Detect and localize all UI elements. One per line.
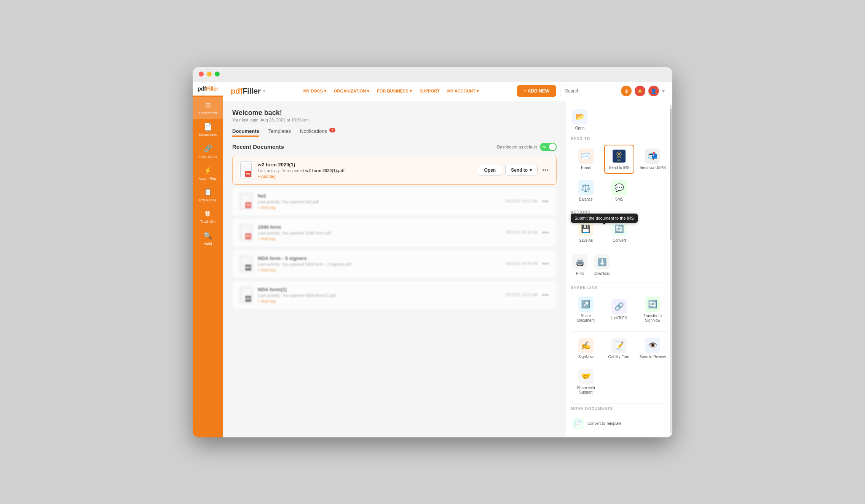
- sidebar-item-audit[interactable]: 🔍 Audit: [193, 228, 223, 249]
- right-panel: 📂 Open SEND TO ✉️ Email: [566, 101, 672, 437]
- rp-usps[interactable]: 📬 Send via USPS: [637, 145, 668, 174]
- doc-date-nda3: 08/28/21 08:46 AM: [506, 262, 538, 266]
- support-icon: 🤝: [578, 368, 594, 384]
- sidebar-label-action: Action Req.: [198, 176, 217, 180]
- rp-signnow[interactable]: ✍️ SignNow: [571, 335, 601, 362]
- rp-download[interactable]: ⬇️ Download: [592, 251, 612, 279]
- dashboard-icon: ⊞: [205, 101, 211, 109]
- transfer-icon: 🔄: [645, 297, 660, 312]
- rp-link-to-fill[interactable]: 🔗 LinkToFill: [604, 293, 635, 326]
- doc-tag-nda3[interactable]: + Add tag: [258, 268, 501, 272]
- rp-usps-label: Send via USPS: [640, 166, 666, 170]
- share-icon: ↗️: [578, 297, 594, 312]
- close-button[interactable]: [199, 72, 204, 77]
- rp-more-docs-title: MORE DOCUMENTS: [571, 407, 668, 411]
- nav-biz-label: FOR BUSINESS: [377, 89, 409, 93]
- tooltip-text: Submit the document to the IRS: [575, 216, 634, 220]
- sidebar-item-irs-forms[interactable]: 📋 IRS Forms: [193, 184, 223, 206]
- scrollbar-thumb: [670, 109, 672, 240]
- sidebar-item-dashboard[interactable]: ⊞ Dashboard: [193, 97, 223, 119]
- print-icon: 🖨️: [572, 254, 587, 270]
- open-button-w2[interactable]: Open: [478, 165, 503, 175]
- topbar: pdfFiller ▾ MY DOCS ▾ ORGANIZATION ▾ FOR…: [223, 81, 672, 101]
- template-icon: 📄: [572, 418, 584, 430]
- search-input[interactable]: [560, 86, 617, 96]
- nav-for-business[interactable]: FOR BUSINESS ▾: [374, 87, 415, 95]
- doc-item-nda1: NDA NDA form(1) Last activity: You opene…: [232, 281, 557, 309]
- doc-date-1040: 08/28/21 09:38 AM: [506, 230, 538, 234]
- rp-transfer[interactable]: 🔄 Transfer to SignNow: [637, 293, 668, 326]
- sidebar-item-action-req[interactable]: ⚡ Action Req.: [193, 163, 223, 184]
- rp-send-to-irs[interactable]: IRS Send to IRS: [604, 145, 635, 174]
- maximize-button[interactable]: [215, 72, 220, 77]
- nav-my-account[interactable]: MY ACCOUNT ▾: [444, 87, 482, 95]
- right-panel-content: 📂 Open SEND TO ✉️ Email: [566, 101, 672, 437]
- audit-icon: 🔍: [204, 231, 212, 240]
- main-content: pdfFiller ▾ MY DOCS ▾ ORGANIZATION ▾ FOR…: [223, 81, 672, 437]
- doc-tag-nda1[interactable]: + Add tag: [258, 299, 501, 303]
- download-icon: ⬇️: [594, 254, 610, 270]
- sidebar-item-documents[interactable]: 📄 Documents: [193, 119, 223, 140]
- more-button-fw2[interactable]: •••: [541, 196, 550, 206]
- doc-info-nda3: NDA form - 3 signers Last activity: You …: [258, 255, 501, 272]
- doc-tag-fw2[interactable]: + Add tag: [258, 205, 501, 210]
- doc-thumb-inner-1040: IRS: [240, 225, 252, 240]
- doc-badge-1040: IRS: [245, 233, 251, 239]
- nav-my-docs[interactable]: MY DOCS ▾: [300, 87, 329, 95]
- rp-convert-template[interactable]: 📄 Convert to Template: [571, 415, 668, 433]
- rp-print[interactable]: 🖨️ Print: [571, 251, 589, 279]
- window-controls: [199, 72, 220, 77]
- rp-share-support[interactable]: 🤝 Share with Support: [571, 365, 601, 398]
- doc-activity-fw2: Last activity: You opened fw2.pdf: [258, 199, 501, 204]
- doc-thumb-inner: W2: [240, 163, 252, 177]
- sidebar-item-trash[interactable]: 🗑 Trash Bin: [193, 206, 223, 227]
- rp-open[interactable]: 📂 Open: [571, 106, 589, 134]
- rp-email-label: Email: [581, 166, 590, 170]
- rp-email[interactable]: ✉️ Email: [571, 145, 601, 174]
- tab-templates[interactable]: Templates: [268, 128, 291, 137]
- doc-activity-1040: Last activity: You opened 1040 form.pdf: [258, 231, 501, 235]
- doc-info-1040: 1040 form Last activity: You opened 1040…: [258, 224, 501, 241]
- doc-actions-fw2: 08/28/21 09:42 AM •••: [506, 196, 550, 206]
- send-to-button-w2[interactable]: Send to ▾: [505, 165, 538, 175]
- rp-share-doc[interactable]: ↗️ Share Document: [571, 293, 601, 326]
- add-new-button[interactable]: + ADD NEW: [517, 85, 556, 97]
- user-icon[interactable]: 👤: [648, 86, 659, 96]
- send-to-label: Send to: [511, 167, 528, 173]
- notifications-icon[interactable]: 🔔: [635, 86, 645, 96]
- convert-icon: 🔄: [611, 221, 627, 236]
- nav-organization[interactable]: ORGANIZATION ▾: [331, 87, 372, 95]
- documents-icon: 📄: [204, 123, 212, 131]
- doc-tag-1040[interactable]: + Add tag: [258, 236, 501, 241]
- right-scrollbar[interactable]: [670, 105, 672, 434]
- toggle-switch[interactable]: ON: [540, 143, 557, 151]
- doc-item-w2: W2 w2 form 2020(1) Last activity: You op…: [232, 156, 557, 185]
- tab-documents[interactable]: Documents: [232, 128, 259, 137]
- more-button-nda1[interactable]: •••: [541, 290, 550, 300]
- sidebar-label-audit: Audit: [204, 241, 212, 246]
- more-button-1040[interactable]: •••: [541, 228, 550, 238]
- review-icon: 👁️: [645, 338, 660, 353]
- svg-text:IRS: IRS: [618, 159, 621, 161]
- nav-support[interactable]: SUPPORT: [417, 87, 443, 95]
- rp-sms[interactable]: 💬 SMS: [604, 177, 635, 205]
- logo-text: pdfFiller: [198, 85, 219, 92]
- topbar-more-icon[interactable]: ▾: [662, 88, 665, 94]
- doc-badge-fw2: W2: [245, 202, 251, 208]
- dashboard-toggle: Dashboard as default ON: [497, 143, 557, 151]
- main-panel: Welcome back! Your last login: Aug 28, 2…: [223, 101, 566, 437]
- document-list: W2 w2 form 2020(1) Last activity: You op…: [232, 156, 557, 309]
- rp-balance[interactable]: ⚖️ Balance: [571, 177, 601, 205]
- tab-notifications[interactable]: Notifications 4: [300, 128, 335, 137]
- grid-icon[interactable]: ⊞: [621, 86, 632, 96]
- minimize-button[interactable]: [207, 72, 212, 77]
- more-button-nda3[interactable]: •••: [541, 259, 550, 269]
- more-button-w2[interactable]: •••: [541, 165, 550, 175]
- sidebar-item-integrations[interactable]: 🔗 Integrations: [193, 140, 223, 162]
- rp-sign-here[interactable]: 📝 Get My Form: [604, 335, 635, 362]
- doc-activity-nda1: Last activity: You opened NDA form(1).pd…: [258, 293, 501, 298]
- open-icon: 📂: [572, 109, 587, 124]
- rp-save-review[interactable]: 👁️ Save to Review: [637, 335, 668, 362]
- logo-pdf: pdf: [198, 85, 206, 92]
- doc-tag-w2[interactable]: + Add tag: [258, 174, 473, 179]
